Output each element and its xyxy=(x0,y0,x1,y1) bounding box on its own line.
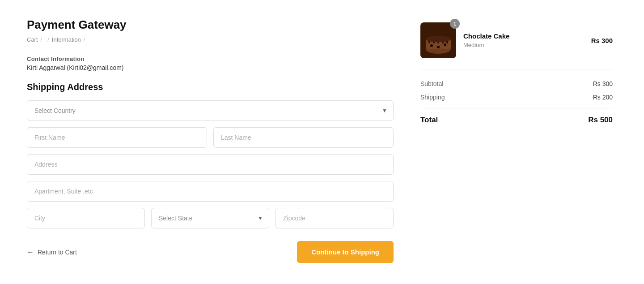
subtotal-value: Rs 300 xyxy=(593,80,613,87)
svg-point-10 xyxy=(437,46,440,48)
state-select-wrapper: Select State Maharashtra Delhi Karnataka… xyxy=(151,208,269,228)
form-actions: ← Return to Cart Continue to Shipping xyxy=(27,241,394,263)
breadcrumb-shipping[interactable]: Information xyxy=(52,36,81,43)
shipping-row: Shipping Rs 200 xyxy=(420,94,613,101)
zip-field[interactable] xyxy=(275,208,394,228)
item-details: Choclate Cake Medium xyxy=(463,32,584,48)
breadcrumb-sep-1: / xyxy=(41,36,42,43)
total-row: Total Rs 500 xyxy=(420,116,613,125)
breadcrumb-cart[interactable]: Cart xyxy=(27,36,38,43)
address-group xyxy=(27,154,394,175)
country-select-wrapper: Select Country India United States Unite… xyxy=(27,100,394,121)
name-row xyxy=(27,127,394,148)
page-title: Payment Gateway xyxy=(27,18,394,32)
left-panel: Payment Gateway Cart / / Information / C… xyxy=(27,18,394,266)
item-price: Rs 300 xyxy=(591,37,613,44)
item-image xyxy=(420,22,456,58)
first-name-field[interactable] xyxy=(27,127,207,148)
item-image-wrapper: 1 xyxy=(420,22,456,58)
order-item: 1 Choclate Cake Medium Rs 300 xyxy=(420,22,613,69)
svg-point-11 xyxy=(444,43,446,46)
breadcrumb: Cart / / Information / xyxy=(27,36,394,43)
return-to-cart-link[interactable]: ← Return to Cart xyxy=(27,248,77,256)
svg-point-9 xyxy=(430,44,433,47)
shipping-address-title: Shipping Address xyxy=(27,82,394,92)
last-name-field[interactable] xyxy=(213,127,394,148)
state-select[interactable]: Select State Maharashtra Delhi Karnataka xyxy=(151,208,269,228)
return-to-cart-label: Return to Cart xyxy=(38,249,77,256)
item-variant: Medium xyxy=(463,42,584,48)
city-state-zip-row: Select State Maharashtra Delhi Karnataka… xyxy=(27,208,394,228)
city-field[interactable] xyxy=(27,208,145,228)
order-summary: Subtotal Rs 300 Shipping Rs 200 Total Rs… xyxy=(420,80,613,125)
address-field[interactable] xyxy=(27,154,394,175)
continue-to-shipping-button[interactable]: Continue to Shipping xyxy=(297,241,394,263)
apartment-field[interactable] xyxy=(27,181,394,202)
breadcrumb-sep-3: / xyxy=(84,36,85,43)
total-label: Total xyxy=(420,116,438,125)
breadcrumb-sep-2: / xyxy=(47,36,49,43)
item-quantity-badge: 1 xyxy=(450,19,460,29)
subtotal-label: Subtotal xyxy=(420,80,443,87)
shipping-value: Rs 200 xyxy=(593,94,613,101)
last-name-group xyxy=(213,127,394,148)
right-panel: 1 Choclate Cake Medium Rs 300 Subtotal R… xyxy=(420,18,613,266)
arrow-left-icon: ← xyxy=(27,248,34,256)
subtotal-row: Subtotal Rs 300 xyxy=(420,80,613,87)
city-group xyxy=(27,208,145,228)
svg-point-8 xyxy=(426,36,451,42)
contact-email: Kirti Aggarwal (Kirti02@gmail.com) xyxy=(27,64,394,71)
first-name-group xyxy=(27,127,207,148)
total-value: Rs 500 xyxy=(588,116,613,125)
country-select[interactable]: Select Country India United States Unite… xyxy=(27,100,394,121)
zip-group xyxy=(275,208,394,228)
summary-divider xyxy=(420,108,613,108)
contact-section-title: Contact Information xyxy=(27,56,394,62)
cake-image-svg xyxy=(420,22,456,58)
item-name: Choclate Cake xyxy=(463,32,584,40)
apartment-group xyxy=(27,181,394,202)
shipping-label: Shipping xyxy=(420,94,445,101)
